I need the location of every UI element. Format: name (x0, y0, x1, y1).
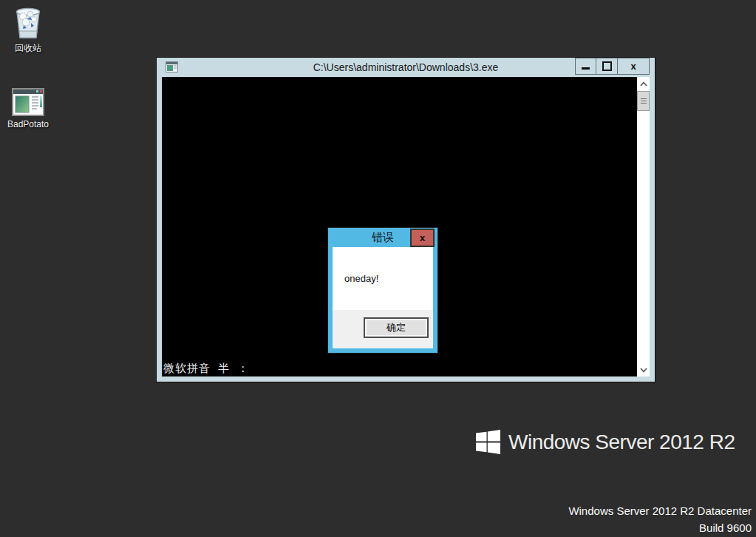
minimize-icon (582, 67, 590, 70)
scroll-up-button[interactable] (637, 77, 650, 90)
error-dialog: 错误 x oneday! 确定 (327, 227, 438, 354)
recycle-bin-icon (11, 4, 45, 40)
os-build-text: Build 9600 (568, 519, 752, 536)
windows-server-logo: Windows Server 2012 R2 (476, 430, 735, 454)
caption-buttons: x (575, 58, 650, 75)
thumb-grip (641, 101, 647, 101)
desktop-icon-label: 回收站 (15, 42, 41, 55)
os-edition-text: Windows Server 2012 R2 Datacenter (568, 502, 752, 519)
close-icon: x (630, 61, 636, 71)
windows-server-logo-text: Windows Server 2012 R2 (508, 430, 735, 454)
scroll-down-button[interactable] (637, 363, 650, 376)
scrollbar-thumb[interactable] (637, 91, 650, 111)
ime-status-indicator: 微软拼音 半 ： (163, 362, 249, 376)
desktop-icon-recycle-bin[interactable]: 回收站 (1, 4, 55, 55)
chevron-down-icon (639, 367, 648, 374)
maximize-button[interactable] (596, 58, 618, 75)
maximize-icon (602, 61, 612, 71)
thumb-grip (641, 103, 647, 104)
error-dialog-body: oneday! (333, 247, 433, 310)
application-window-icon (11, 81, 45, 117)
system-info: Windows Server 2012 R2 Datacenter Build … (568, 502, 752, 536)
desktop: 回收站 (0, 0, 756, 537)
thumb-grip (641, 98, 647, 99)
ok-button-label: 确定 (386, 321, 406, 334)
error-dialog-footer: 确定 (333, 310, 433, 348)
windows-flag-icon (476, 430, 500, 454)
chevron-up-icon (639, 81, 648, 87)
close-icon: x (420, 232, 425, 243)
close-button[interactable]: x (618, 58, 650, 75)
ok-button[interactable]: 确定 (364, 317, 429, 338)
vertical-scrollbar[interactable] (637, 77, 650, 376)
error-message: oneday! (344, 273, 378, 284)
desktop-icon-badpotato[interactable]: BadPotato (1, 81, 55, 129)
desktop-icon-label: BadPotato (7, 119, 49, 129)
minimize-button[interactable] (575, 58, 596, 75)
dialog-close-button[interactable]: x (410, 229, 435, 247)
